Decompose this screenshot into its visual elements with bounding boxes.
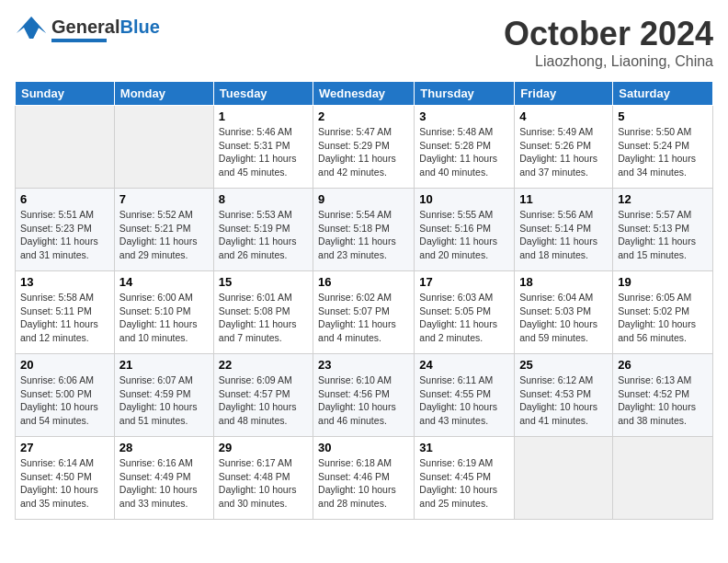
calendar-cell: 29Sunrise: 6:17 AMSunset: 4:48 PMDayligh… [213,437,313,520]
day-number: 28 [119,441,209,454]
calendar-week-2: 6Sunrise: 5:51 AMSunset: 5:23 PMDaylight… [16,189,713,271]
calendar-cell: 8Sunrise: 5:53 AMSunset: 5:19 PMDaylight… [213,189,313,271]
day-info: Sunrise: 5:54 AMSunset: 5:18 PMDaylight:… [318,208,409,262]
calendar-cell: 1Sunrise: 5:46 AMSunset: 5:31 PMDaylight… [213,106,313,189]
calendar-cell: 30Sunrise: 6:18 AMSunset: 4:46 PMDayligh… [313,437,415,520]
calendar-cell: 5Sunrise: 5:50 AMSunset: 5:24 PMDaylight… [613,106,713,189]
calendar-cell [114,106,213,189]
day-info: Sunrise: 6:07 AMSunset: 4:59 PMDaylight:… [119,373,209,428]
day-number: 30 [318,441,409,454]
calendar-cell: 18Sunrise: 6:04 AMSunset: 5:03 PMDayligh… [515,271,613,354]
calendar-cell: 10Sunrise: 5:55 AMSunset: 5:16 PMDayligh… [415,189,515,271]
day-number: 14 [119,275,209,289]
header-day-monday: Monday [114,82,213,106]
calendar-cell [613,437,713,520]
calendar-cell: 9Sunrise: 5:54 AMSunset: 5:18 PMDaylight… [313,189,415,271]
calendar-cell: 3Sunrise: 5:48 AMSunset: 5:28 PMDaylight… [415,106,515,189]
day-number: 24 [419,358,509,372]
day-info: Sunrise: 5:53 AMSunset: 5:19 PMDaylight:… [219,208,308,262]
calendar-cell: 6Sunrise: 5:51 AMSunset: 5:23 PMDaylight… [16,189,115,271]
day-number: 22 [219,358,308,372]
day-number: 23 [318,358,409,372]
calendar-cell: 16Sunrise: 6:02 AMSunset: 5:07 PMDayligh… [313,271,415,354]
logo-blue: Blue [119,17,159,37]
header-day-tuesday: Tuesday [213,82,313,106]
calendar-cell: 23Sunrise: 6:10 AMSunset: 4:56 PMDayligh… [313,354,415,437]
calendar-cell: 28Sunrise: 6:16 AMSunset: 4:49 PMDayligh… [114,437,213,520]
day-number: 31 [419,441,509,454]
calendar-cell: 20Sunrise: 6:06 AMSunset: 5:00 PMDayligh… [16,354,115,437]
calendar-cell: 26Sunrise: 6:13 AMSunset: 4:52 PMDayligh… [613,354,713,437]
day-number: 8 [219,192,308,206]
day-number: 21 [119,358,209,372]
calendar-cell: 24Sunrise: 6:11 AMSunset: 4:55 PMDayligh… [415,354,515,437]
calendar-week-4: 20Sunrise: 6:06 AMSunset: 5:00 PMDayligh… [16,354,713,437]
header-day-saturday: Saturday [613,82,713,106]
calendar-cell: 25Sunrise: 6:12 AMSunset: 4:53 PMDayligh… [515,354,613,437]
day-info: Sunrise: 6:10 AMSunset: 4:56 PMDaylight:… [318,373,409,428]
calendar-cell: 13Sunrise: 5:58 AMSunset: 5:11 PMDayligh… [16,271,115,354]
day-info: Sunrise: 6:09 AMSunset: 4:57 PMDaylight:… [219,373,308,428]
calendar-cell: 19Sunrise: 6:05 AMSunset: 5:02 PMDayligh… [613,271,713,354]
day-info: Sunrise: 6:14 AMSunset: 4:50 PMDaylight:… [20,456,109,511]
calendar-cell: 12Sunrise: 5:57 AMSunset: 5:13 PMDayligh… [613,189,713,271]
day-number: 17 [419,275,509,289]
calendar-cell: 11Sunrise: 5:56 AMSunset: 5:14 PMDayligh… [515,189,613,271]
logo-general: General [51,17,119,37]
day-number: 25 [519,358,608,372]
day-info: Sunrise: 5:58 AMSunset: 5:11 PMDaylight:… [20,291,109,345]
svg-marker-0 [17,17,46,39]
day-number: 4 [519,109,608,123]
day-info: Sunrise: 5:55 AMSunset: 5:16 PMDaylight:… [419,208,509,262]
calendar-week-1: 1Sunrise: 5:46 AMSunset: 5:31 PMDaylight… [16,106,713,189]
calendar-week-3: 13Sunrise: 5:58 AMSunset: 5:11 PMDayligh… [16,271,713,354]
page-header: GeneralBlue October 2024 Liaozhong, Liao… [15,15,713,70]
day-number: 18 [519,275,608,289]
day-info: Sunrise: 5:50 AMSunset: 5:24 PMDaylight:… [618,125,708,179]
calendar-cell: 7Sunrise: 5:52 AMSunset: 5:21 PMDaylight… [114,189,213,271]
day-number: 12 [618,192,708,206]
day-number: 29 [219,441,308,454]
day-number: 11 [519,192,608,206]
day-info: Sunrise: 6:13 AMSunset: 4:52 PMDaylight:… [618,373,708,428]
header-day-sunday: Sunday [16,82,115,106]
day-info: Sunrise: 6:11 AMSunset: 4:55 PMDaylight:… [419,373,509,428]
calendar-cell: 27Sunrise: 6:14 AMSunset: 4:50 PMDayligh… [16,437,115,520]
day-number: 26 [618,358,708,372]
day-number: 7 [119,192,209,206]
calendar-cell: 4Sunrise: 5:49 AMSunset: 5:26 PMDaylight… [515,106,613,189]
day-info: Sunrise: 5:57 AMSunset: 5:13 PMDaylight:… [618,208,708,262]
day-number: 16 [318,275,409,289]
header-day-friday: Friday [515,82,613,106]
day-number: 1 [219,109,308,123]
svg-marker-1 [31,17,46,39]
day-info: Sunrise: 6:04 AMSunset: 5:03 PMDaylight:… [519,291,608,345]
calendar-cell: 21Sunrise: 6:07 AMSunset: 4:59 PMDayligh… [114,354,213,437]
day-number: 3 [419,109,509,123]
calendar-body: 1Sunrise: 5:46 AMSunset: 5:31 PMDaylight… [16,106,713,520]
day-info: Sunrise: 6:00 AMSunset: 5:10 PMDaylight:… [119,291,209,345]
day-info: Sunrise: 6:19 AMSunset: 4:45 PMDaylight:… [419,456,509,511]
day-info: Sunrise: 6:06 AMSunset: 5:00 PMDaylight:… [20,373,109,428]
calendar-cell: 22Sunrise: 6:09 AMSunset: 4:57 PMDayligh… [213,354,313,437]
day-info: Sunrise: 5:51 AMSunset: 5:23 PMDaylight:… [20,208,109,262]
title-block: October 2024 Liaozhong, Liaoning, China [504,15,713,70]
day-number: 5 [618,109,708,123]
day-info: Sunrise: 6:01 AMSunset: 5:08 PMDaylight:… [219,291,308,345]
day-info: Sunrise: 6:12 AMSunset: 4:53 PMDaylight:… [519,373,608,428]
calendar-cell: 14Sunrise: 6:00 AMSunset: 5:10 PMDayligh… [114,271,213,354]
calendar-cell: 31Sunrise: 6:19 AMSunset: 4:45 PMDayligh… [415,437,515,520]
day-info: Sunrise: 6:03 AMSunset: 5:05 PMDaylight:… [419,291,509,345]
day-info: Sunrise: 6:18 AMSunset: 4:46 PMDaylight:… [318,456,409,511]
calendar-week-5: 27Sunrise: 6:14 AMSunset: 4:50 PMDayligh… [16,437,713,520]
day-info: Sunrise: 5:49 AMSunset: 5:26 PMDaylight:… [519,125,608,179]
logo-icon [15,15,48,44]
day-info: Sunrise: 6:02 AMSunset: 5:07 PMDaylight:… [318,291,409,345]
location-title: Liaozhong, Liaoning, China [504,53,713,70]
day-info: Sunrise: 6:16 AMSunset: 4:49 PMDaylight:… [119,456,209,511]
day-info: Sunrise: 6:17 AMSunset: 4:48 PMDaylight:… [219,456,308,511]
logo: GeneralBlue [15,15,160,44]
calendar-cell [515,437,613,520]
day-number: 13 [20,275,109,289]
calendar-cell [16,106,115,189]
